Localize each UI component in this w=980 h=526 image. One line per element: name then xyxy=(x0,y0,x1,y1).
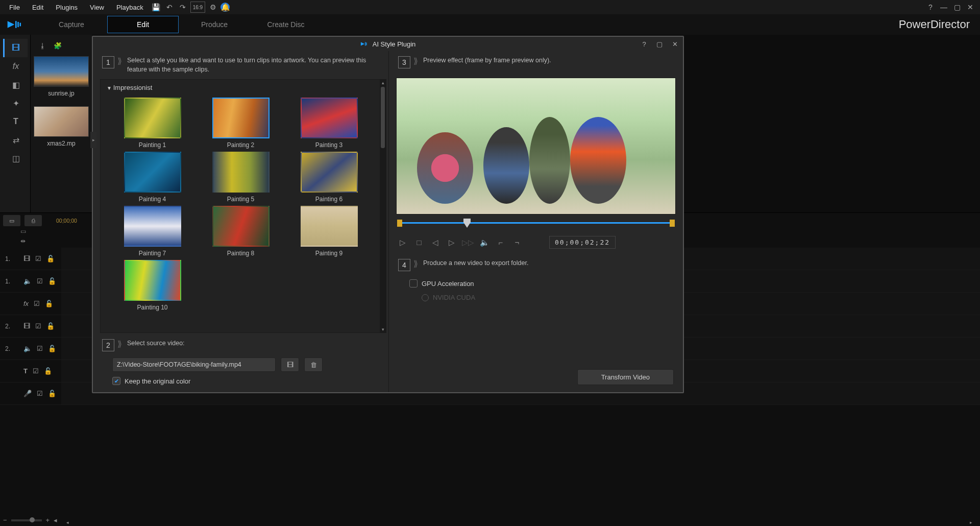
style-item[interactable]: Painting 6 xyxy=(292,152,365,203)
style-item[interactable]: Painting 4 xyxy=(116,152,189,203)
style-item[interactable]: Painting 1 xyxy=(116,98,189,149)
keep-color-checkbox[interactable]: ✔ Keep the original color xyxy=(112,377,379,385)
video-track-icon: 🎞 xyxy=(23,255,30,262)
scroll-up-icon[interactable]: ▴ xyxy=(380,80,386,86)
media-item[interactable]: sunrise.jp xyxy=(34,56,89,97)
play-icon[interactable]: ▷ xyxy=(398,238,407,247)
category-impressionist[interactable]: Impressionist xyxy=(101,80,386,95)
track-lock-icon[interactable]: 🔓 xyxy=(48,390,56,397)
mute-icon[interactable]: 🔈 xyxy=(480,238,489,247)
style-item[interactable]: Painting 8 xyxy=(204,206,277,257)
mode-create-disc[interactable]: Create Disc xyxy=(250,16,322,33)
style-label: Painting 6 xyxy=(292,196,365,203)
track-lock-icon[interactable]: 🔓 xyxy=(48,345,56,352)
dialog-logo-icon xyxy=(360,40,370,47)
track-lock-icon[interactable]: 🔓 xyxy=(45,300,53,307)
menu-view[interactable]: View xyxy=(85,2,109,13)
mark-in-icon[interactable]: ⌐ xyxy=(496,238,505,247)
dialog-close-icon[interactable]: ✕ xyxy=(670,39,680,49)
prev-frame-icon[interactable]: ◁ xyxy=(431,238,440,247)
close-icon[interactable]: ✕ xyxy=(965,2,976,13)
title-room-icon[interactable]: T xyxy=(3,112,28,131)
scroll-down-icon[interactable]: ▾ xyxy=(380,326,386,332)
svg-marker-0 xyxy=(8,21,15,28)
gpu-acceleration-checkbox[interactable]: GPU Acceleration xyxy=(409,279,674,288)
slider-in-point[interactable] xyxy=(397,220,402,227)
minimize-icon[interactable]: — xyxy=(938,2,949,13)
plugin-icon[interactable]: 🧩 xyxy=(52,40,63,51)
track-visible-icon[interactable]: ☑ xyxy=(35,322,41,330)
style-item[interactable]: Painting 2 xyxy=(204,98,277,149)
step-number: 4 xyxy=(398,259,410,271)
settings-icon[interactable]: ⚙ xyxy=(207,2,218,13)
dialog-maximize-icon[interactable]: ▢ xyxy=(654,39,665,49)
fast-forward-icon[interactable]: ▷▷ xyxy=(463,238,473,247)
track-visible-icon[interactable]: ☑ xyxy=(37,390,43,397)
track-lock-icon[interactable]: 🔓 xyxy=(46,322,55,330)
notification-icon[interactable]: 🔔 xyxy=(220,3,230,12)
mode-row: Capture Edit Produce Create Disc PowerDi… xyxy=(0,14,980,35)
track-visible-icon[interactable]: ☑ xyxy=(34,300,40,307)
slider-out-point[interactable] xyxy=(670,220,675,227)
fx-room-icon[interactable]: fx xyxy=(3,57,28,76)
style-item[interactable]: Painting 7 xyxy=(116,206,189,257)
transition-room-icon[interactable]: ⇄ xyxy=(3,131,28,149)
menu-file[interactable]: File xyxy=(4,2,25,13)
mode-edit[interactable]: Edit xyxy=(107,16,179,33)
zoom-in-icon[interactable]: + xyxy=(46,516,50,524)
style-item[interactable]: Painting 9 xyxy=(292,206,365,257)
expand-library-icon[interactable]: ▸ xyxy=(90,132,96,148)
redo-icon[interactable]: ↷ xyxy=(177,2,188,13)
media-item[interactable]: xmas2.mp xyxy=(34,106,89,147)
pip-room-icon[interactable]: ◧ xyxy=(3,76,28,94)
track-lock-icon[interactable]: 🔓 xyxy=(48,277,56,285)
particle-room-icon[interactable]: ✦ xyxy=(3,94,28,112)
track-visible-icon[interactable]: ☑ xyxy=(37,345,43,352)
media-room-icon[interactable]: 🎞 xyxy=(3,39,28,57)
source-video-input[interactable] xyxy=(112,357,276,372)
timeline-tool-2[interactable]: ⎙ xyxy=(24,215,42,226)
style-item[interactable]: Painting 10 xyxy=(116,260,189,311)
timeline-tool-1[interactable]: ▭ xyxy=(3,215,20,226)
scroll-thumb[interactable] xyxy=(381,87,385,148)
style-item[interactable]: Painting 3 xyxy=(292,98,365,149)
menu-edit[interactable]: Edit xyxy=(27,2,48,13)
preview-slider[interactable] xyxy=(397,220,675,226)
delete-source-button[interactable]: 🗑 xyxy=(304,357,323,372)
next-frame-icon[interactable]: ▷ xyxy=(447,238,456,247)
track-visible-icon[interactable]: ☑ xyxy=(37,277,43,285)
style-scrollbar[interactable]: ▴ ▾ xyxy=(380,80,386,332)
timeline-scrollbar[interactable]: ◂▸ xyxy=(66,520,975,524)
style-item[interactable]: Painting 5 xyxy=(204,152,277,203)
media-thumbnail xyxy=(34,56,89,87)
save-icon[interactable]: 💾 xyxy=(151,2,162,13)
aspect-ratio-dropdown[interactable]: 16:9 xyxy=(190,2,205,13)
zoom-slider[interactable] xyxy=(11,519,42,521)
help-icon[interactable]: ? xyxy=(925,2,936,13)
mark-out-icon[interactable]: ¬ xyxy=(512,238,522,247)
browse-button[interactable]: 🎞 xyxy=(281,357,299,372)
keep-color-label: Keep the original color xyxy=(125,377,190,385)
audio-room-icon[interactable]: ◫ xyxy=(3,149,28,168)
mode-capture[interactable]: Capture xyxy=(36,16,107,33)
style-label: Painting 9 xyxy=(292,250,365,257)
menu-playback[interactable]: Playback xyxy=(111,2,149,13)
transform-video-button[interactable]: Transform Video xyxy=(577,369,674,385)
mode-produce[interactable]: Produce xyxy=(179,16,250,33)
import-icon[interactable]: ⭳ xyxy=(37,40,48,51)
track-visible-icon[interactable]: ☑ xyxy=(33,367,39,375)
stop-icon[interactable]: □ xyxy=(414,238,424,247)
timeline-subtool-1[interactable]: ▭ xyxy=(20,228,26,235)
track-lock-icon[interactable]: 🔓 xyxy=(44,367,52,375)
timeline-subtool-2[interactable]: ⇹ xyxy=(20,237,26,245)
zoom-out-icon[interactable]: − xyxy=(3,516,7,524)
app-logo xyxy=(0,18,31,31)
slider-playhead[interactable] xyxy=(463,219,471,228)
menu-plugins[interactable]: Plugins xyxy=(51,2,83,13)
maximize-icon[interactable]: ▢ xyxy=(951,2,963,13)
undo-icon[interactable]: ↶ xyxy=(164,2,175,13)
track-visible-icon[interactable]: ☑ xyxy=(35,255,41,262)
track-lock-icon[interactable]: 🔓 xyxy=(46,255,55,262)
dialog-help-icon[interactable]: ? xyxy=(639,39,649,49)
zoom-fit-icon[interactable]: ◂ xyxy=(54,516,57,524)
